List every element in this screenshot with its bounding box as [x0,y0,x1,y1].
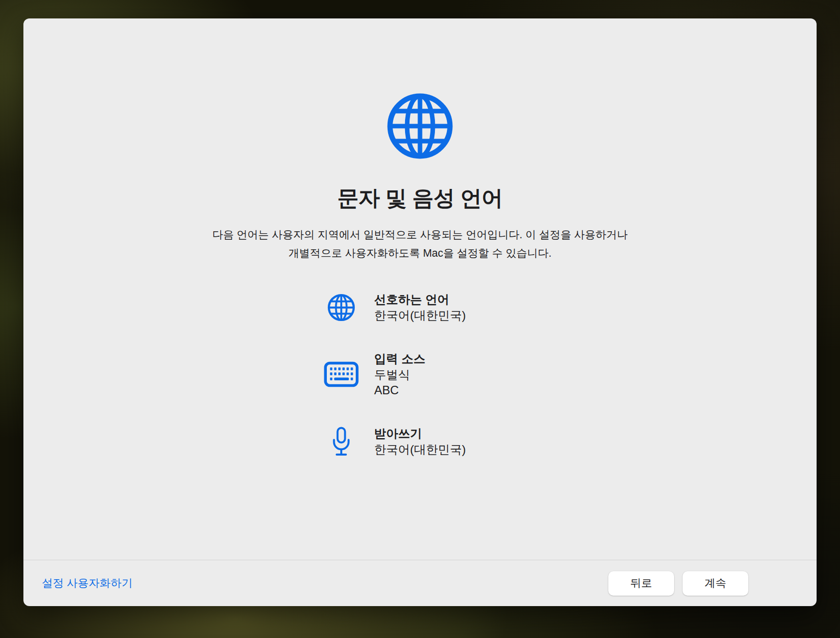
keyboard-icon [320,361,362,387]
list-item-preferred-language: 선호하는 언어 한국어(대한민국) [320,292,466,323]
item-title: 받아쓰기 [374,426,466,442]
item-title: 선호하는 언어 [374,292,466,308]
item-value: 한국어(대한민국) [374,442,466,457]
item-value: 한국어(대한민국) [374,308,466,323]
item-text: 받아쓰기 한국어(대한민국) [374,426,466,457]
language-settings-list: 선호하는 언어 한국어(대한민국) [320,292,466,457]
item-title: 입력 소스 [374,351,425,367]
continue-button[interactable]: 계속 [683,571,748,596]
list-item-dictation: 받아쓰기 한국어(대한민국) [320,426,466,457]
setup-dialog: 문자 및 음성 언어 다음 언어는 사용자의 지역에서 일반적으로 사용되는 언… [23,18,817,606]
footer-buttons: 뒤로 계속 [608,571,748,596]
item-text: 선호하는 언어 한국어(대한민국) [374,292,466,323]
page-title: 문자 및 음성 언어 [23,184,817,213]
item-value: 두벌식 [374,367,425,382]
list-item-input-sources: 입력 소스 두벌식 ABC [320,351,466,398]
page-description-line2: 개별적으로 사용자화하도록 Mac을 설정할 수 있습니다. [23,244,817,263]
customize-settings-link[interactable]: 설정 사용자화하기 [42,576,133,591]
item-text: 입력 소스 두벌식 ABC [374,351,425,398]
page-description: 다음 언어는 사용자의 지역에서 일반적으로 사용되는 언어입니다. 이 설정을… [23,226,817,263]
globe-icon [385,91,455,161]
item-value: ABC [374,382,425,398]
globe-icon [320,293,362,322]
microphone-icon [320,427,362,457]
back-button[interactable]: 뒤로 [608,571,674,596]
page-description-line1: 다음 언어는 사용자의 지역에서 일반적으로 사용되는 언어입니다. 이 설정을… [23,226,817,244]
footer-bar: 설정 사용자화하기 뒤로 계속 [23,560,817,606]
